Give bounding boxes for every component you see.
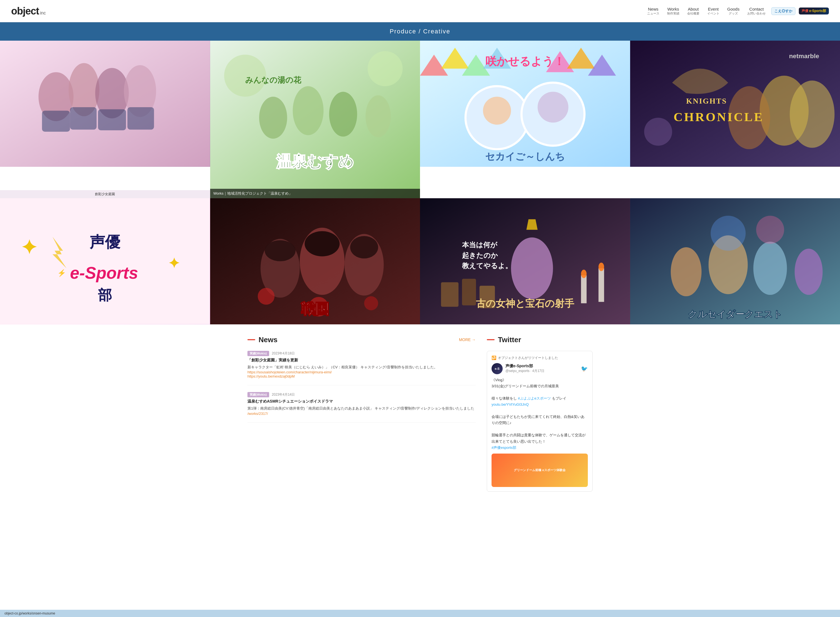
news-date-2: 2023年4月14日: [272, 392, 295, 397]
svg-point-59: [511, 238, 553, 299]
twitter-section: Twitter 🔁 オブジェクトさんがリツイートしました e-S 声優e-Spo…: [487, 335, 592, 492]
svg-point-35: [790, 80, 834, 148]
news-section: News MORE → 実績(Wokis) 2023年4月18日 「創彩少女庭園…: [248, 335, 476, 492]
news-title: News: [259, 335, 277, 344]
svg-point-73: [671, 247, 701, 296]
svg-text:セカイご～しんち: セカイご～しんち: [485, 151, 565, 162]
svg-point-65: [581, 270, 587, 278]
svg-text:本当は何が: 本当は何が: [462, 241, 498, 249]
svg-text:咲かせるよう！: 咲かせるよう！: [485, 55, 565, 68]
tweet-author-row: e-S 声優e-Sports部 @seiyu_esports · 4月17日 🐦: [492, 363, 588, 374]
nav-item-about[interactable]: About会社概要: [687, 7, 700, 16]
nav-item-works[interactable]: Works制作実績: [667, 7, 679, 16]
news-body-1: 新キャラクター「虹村 映美（にじむら えいみ）」（CV：相良茉優） キャスティン…: [248, 365, 476, 370]
svg-rect-7: [98, 109, 126, 130]
tweet-body: 《Vlog》 3/31(金)グリーンドーム前橋での月城亜美 様々な体験をし #ぷ…: [492, 377, 588, 451]
svg-text:声優: 声優: [90, 233, 121, 251]
svg-text:教えてやるよ。: 教えてやるよ。: [462, 262, 512, 270]
svg-point-67: [598, 263, 604, 271]
twitter-header-bar: [487, 339, 495, 340]
work-item-1[interactable]: 創彩少女庭園: [0, 41, 210, 198]
partner-badge-1[interactable]: こえ◎すか: [771, 7, 796, 15]
work-item-3[interactable]: セカイご～しんち 咲かせるよう！: [420, 41, 630, 198]
svg-point-78: [756, 216, 784, 244]
svg-point-51: [258, 288, 274, 305]
tweet-author-info: 声優e-Sports部 @seiyu_esports · 4月17日: [505, 364, 578, 373]
svg-text:⚡: ⚡: [57, 269, 66, 278]
tweet-image-preview: グリーンドーム前橋 eスポーツ体験会: [492, 453, 588, 487]
partner-links: こえ◎すか 声優 e-Sports部: [771, 7, 829, 15]
partner2-line2: e-Sports部: [809, 9, 826, 13]
svg-rect-61: [441, 282, 458, 307]
work-item-8[interactable]: クルセイダークエスト: [630, 198, 840, 324]
nav-item-contact[interactable]: Contactお問い合わせ: [747, 7, 766, 16]
news-tag-1: 実績(Wokis): [248, 351, 269, 356]
news-link-2a[interactable]: /works/2317/: [248, 412, 476, 416]
svg-point-77: [710, 216, 746, 251]
tweet-hashtag-2[interactable]: #声優esports部: [492, 445, 588, 451]
svg-text:戦国: 戦国: [301, 301, 329, 317]
svg-text:起きたのか: 起きたのか: [462, 251, 498, 259]
retweet-icon: 🔁: [492, 356, 496, 360]
work-item-2[interactable]: 温泉むすめ みんなの湯の花 Works｜地域活性化プロジェクト「温泉むすめ」: [210, 41, 420, 198]
svg-text:KNIGHTS: KNIGHTS: [686, 97, 727, 105]
twitter-title: Twitter: [498, 335, 521, 344]
work-item-6[interactable]: 戦国: [210, 198, 420, 324]
svg-point-52: [364, 296, 378, 310]
svg-point-76: [794, 249, 823, 295]
news-header-bar: [248, 339, 255, 340]
logo-text: object: [11, 5, 39, 17]
svg-text:クルセイダークエスト: クルセイダークエスト: [688, 309, 782, 319]
svg-point-15: [365, 95, 391, 137]
svg-text:✦: ✦: [168, 255, 180, 271]
svg-rect-64: [581, 275, 587, 304]
tweet-link[interactable]: youtu.be/YVtYuGl3JnQ: [492, 401, 588, 407]
news-meta-2: 実績(Wokis) 2023年4月14日: [248, 392, 476, 397]
work-item-4[interactable]: KNIGHTS CHRONICLE netmarble: [630, 41, 840, 198]
svg-text:温泉むすめ: 温泉むすめ: [276, 153, 354, 170]
news-date-1: 2023年4月18日: [272, 351, 295, 356]
partner2-line1: 声優: [802, 9, 808, 13]
twitter-header: Twitter: [487, 335, 592, 344]
svg-rect-66: [598, 268, 604, 302]
work-item-5[interactable]: ✦ ✦ 声優 ⚡ e-Sports 部: [0, 198, 210, 324]
works-grid: 創彩少女庭園: [0, 41, 840, 324]
news-more-link[interactable]: MORE →: [459, 338, 476, 342]
svg-point-12: [259, 97, 287, 139]
news-link-1b[interactable]: https://youtu.be/nexdzaj0dpM: [248, 374, 476, 378]
hero-title: Produce / Creative: [390, 28, 450, 35]
svg-text:みんなの湯の花: みんなの湯の花: [245, 76, 301, 84]
news-item-1: 実績(Wokis) 2023年4月18日 「創彩少女庭園」実績を更新 新キャラク…: [248, 351, 476, 385]
partner-badge-2[interactable]: 声優 e-Sports部: [799, 7, 829, 15]
site-header: object inc NewsニュースWorks制作実績About会社概要Eve…: [0, 0, 840, 22]
news-link-1a[interactable]: https://sousaishojoteien.com/character/n…: [248, 370, 476, 374]
hero-banner: Produce / Creative: [0, 22, 840, 41]
svg-point-28: [483, 97, 511, 125]
svg-point-57: [350, 236, 378, 258]
work-overlay-2: Works｜地域活性化プロジェクト「温泉むすめ」: [210, 189, 420, 198]
svg-point-29: [538, 92, 569, 123]
tweet-card: 🔁 オブジェクトさんがリツイートしました e-S 声優e-Sports部 @se…: [487, 351, 592, 492]
tweet-hashtag-1[interactable]: #ぷよぷよeスポーツ: [518, 396, 551, 400]
tweet-avatar: e-S: [492, 363, 503, 374]
svg-text:✦: ✦: [21, 236, 37, 258]
svg-point-14: [329, 92, 357, 137]
svg-rect-8: [127, 107, 154, 130]
logo-inc: inc: [40, 10, 46, 16]
work-item-7[interactable]: 古の女神と宝石の射手 本当は何が 起きたのか 教えてやるよ。: [420, 198, 630, 324]
svg-rect-5: [42, 111, 70, 131]
logo-area[interactable]: object inc: [11, 5, 46, 17]
news-title-2: 温泉むすめASMRシチュエーションボイスドラマ: [248, 399, 476, 404]
retweet-label: 🔁 オブジェクトさんがリツイートしました: [492, 356, 588, 360]
news-title-1: 「創彩少女庭園」実績を更新: [248, 358, 476, 363]
svg-text:CHRONICLE: CHRONICLE: [673, 110, 763, 124]
nav-item-event[interactable]: Eventイベント: [707, 7, 719, 16]
svg-text:古の女神と宝石の射手: 古の女神と宝石の射手: [476, 298, 575, 309]
nav-item-news[interactable]: Newsニュース: [647, 7, 659, 16]
tweet-handle-date: @seiyu_esports · 4月17日: [505, 369, 578, 373]
news-meta-1: 実績(Wokis) 2023年4月18日: [248, 351, 476, 356]
svg-point-11: [367, 51, 402, 86]
svg-point-75: [753, 242, 787, 295]
nav-item-goods[interactable]: Goodsグッズ: [727, 7, 740, 16]
svg-rect-62: [462, 279, 476, 306]
